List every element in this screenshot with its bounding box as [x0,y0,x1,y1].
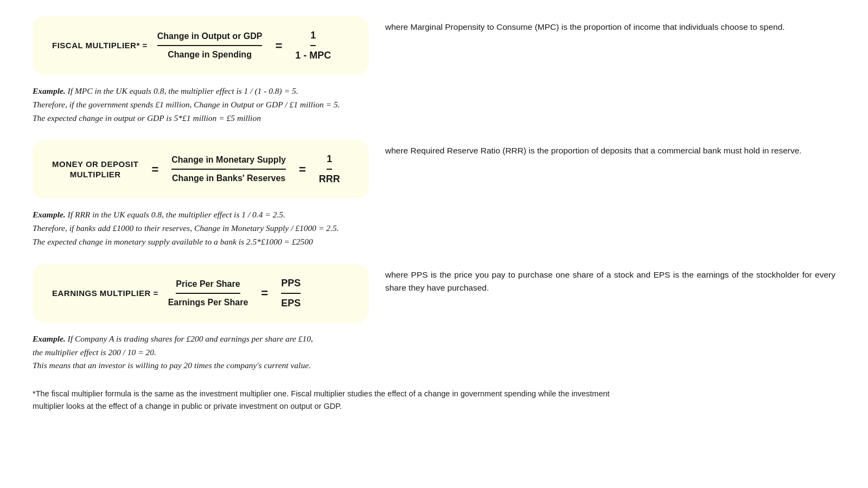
money-section: MONEY OR DEPOSIT MULTIPLIER = Change in … [33,140,835,198]
fiscal-formula-box: FISCAL MULTIPLIER* = Change in Output or… [33,16,369,75]
money-example: Example. If RRR in the UK equals 0.8, th… [33,208,477,248]
money-simple-fraction: 1 RRR [319,152,340,187]
earnings-denominator: Earnings Per Share [168,294,248,309]
fiscal-section: FISCAL MULTIPLIER* = Change in Output or… [33,16,835,75]
money-label-line2: MULTIPLIER [70,170,121,179]
earnings-simple-fraction: PPS EPS [281,276,301,311]
earnings-example-bold: Example. [33,334,66,343]
money-example-bold: Example. [33,210,66,219]
money-equals2: = [296,160,309,178]
earnings-example-text: If Company A is trading shares for £200 … [33,334,313,370]
money-numerator: Change in Monetary Supply [171,153,286,170]
fiscal-simple-numerator: 1 [310,28,316,46]
fiscal-numerator: Change in Output or GDP [157,30,263,46]
fiscal-simple-denominator: 1 - MPC [295,46,331,63]
money-simple-denominator: RRR [319,170,340,187]
fiscal-example-text: If MPC in the UK equals 0.8, the multipl… [33,86,340,123]
earnings-equals: = [258,284,271,302]
money-label-line1: MONEY OR DEPOSIT [52,159,138,169]
fiscal-example-bold: Example. [33,86,66,95]
money-example-text: If RRR in the UK equals 0.8, the multipl… [33,210,339,246]
earnings-simple-denominator: EPS [281,294,301,311]
fiscal-fraction: Change in Output or GDP Change in Spendi… [157,30,263,61]
fiscal-simple-fraction: 1 1 - MPC [295,28,331,63]
earnings-simple-numerator: PPS [281,276,301,294]
money-formula-box: MONEY OR DEPOSIT MULTIPLIER = Change in … [33,140,369,198]
money-denominator: Change in Banks' Reserves [172,170,285,185]
money-description: where Required Reserve Ratio (RRR) is th… [385,140,835,157]
footnote: *The fiscal multiplier formula is the sa… [33,388,640,412]
fiscal-equals: = [272,37,285,55]
money-label: MONEY OR DEPOSIT MULTIPLIER [52,159,138,180]
money-fraction: Change in Monetary Supply Change in Bank… [171,153,286,185]
fiscal-example: Example. If MPC in the UK equals 0.8, th… [33,85,477,125]
earnings-section: EARNINGS MULTIPLIER = Price Per Share Ea… [33,264,835,323]
money-equals1: = [148,160,162,178]
fiscal-denominator: Change in Spending [168,46,252,61]
earnings-numerator: Price Per Share [176,278,240,294]
earnings-description: where PPS is the price you pay to purcha… [385,264,835,294]
fiscal-description: where Marginal Propensity to Consume (MP… [385,16,835,34]
earnings-fraction: Price Per Share Earnings Per Share [168,278,248,309]
money-simple-numerator: 1 [327,152,332,170]
earnings-example: Example. If Company A is trading shares … [33,332,477,373]
earnings-formula-box: EARNINGS MULTIPLIER = Price Per Share Ea… [33,264,369,323]
fiscal-label: FISCAL MULTIPLIER* = [52,40,148,51]
earnings-label: EARNINGS MULTIPLIER = [52,288,158,299]
